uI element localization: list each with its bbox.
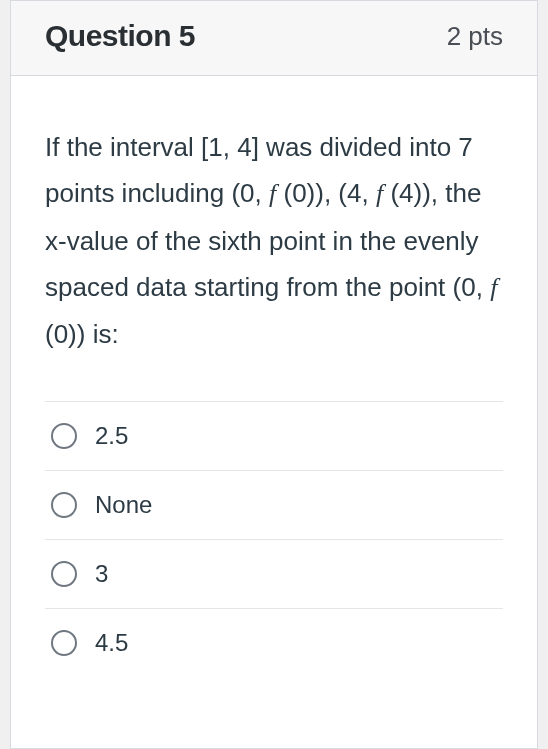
option-label: 4.5 — [95, 629, 128, 657]
question-body: If the interval [1, 4] was divided into … — [11, 76, 537, 697]
radio-icon[interactable] — [51, 423, 77, 449]
option-1[interactable]: 2.5 — [45, 401, 503, 470]
option-3[interactable]: 3 — [45, 539, 503, 608]
stem-f: f — [490, 273, 497, 302]
option-label: None — [95, 491, 152, 519]
answer-options: 2.5 None 3 4.5 — [45, 401, 503, 677]
question-stem: If the interval [1, 4] was divided into … — [45, 124, 503, 357]
option-2[interactable]: None — [45, 470, 503, 539]
stem-text: (0)) is: — [45, 319, 119, 349]
question-header: Question 5 2 pts — [11, 1, 537, 76]
stem-text: (0)), (4, — [276, 178, 376, 208]
option-label: 2.5 — [95, 422, 128, 450]
question-points: 2 pts — [447, 21, 503, 52]
radio-icon[interactable] — [51, 492, 77, 518]
radio-icon[interactable] — [51, 561, 77, 587]
option-4[interactable]: 4.5 — [45, 608, 503, 677]
option-label: 3 — [95, 560, 108, 588]
radio-icon[interactable] — [51, 630, 77, 656]
question-title: Question 5 — [45, 19, 195, 53]
question-card: Question 5 2 pts If the interval [1, 4] … — [10, 0, 538, 749]
